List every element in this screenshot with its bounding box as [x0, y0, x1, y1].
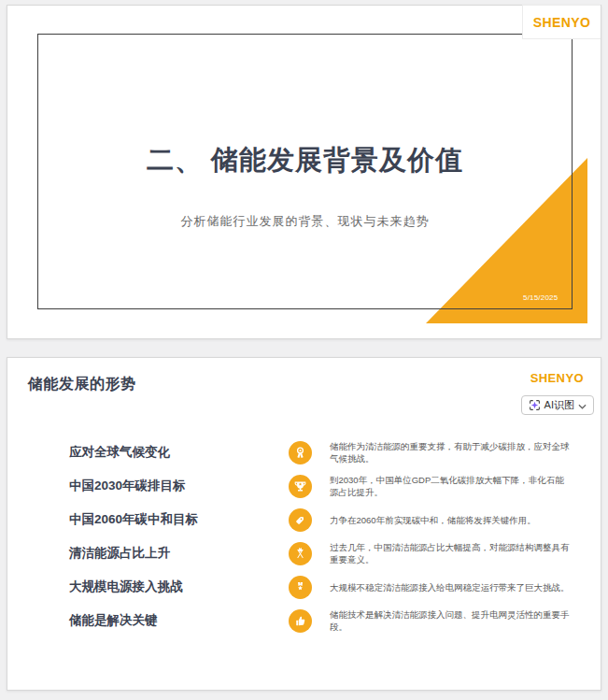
row-label: 应对全球气候变化	[69, 444, 279, 461]
row-description: 储能作为清洁能源的重要支撑，有助于减少碳排放，应对全球气候挑战。	[330, 440, 573, 464]
list-item: 应对全球气候变化 储能作为清洁能源的重要支撑，有助于减少碳排放，应对全球气候挑战…	[69, 438, 592, 466]
row-label: 储能是解决关键	[69, 612, 279, 629]
list-item: 中国2030年碳排目标 到2030年，中国单位GDP二氧化碳排放大幅下降，非化石…	[69, 472, 592, 500]
chevron-down-icon	[578, 400, 587, 411]
trophy-icon	[289, 475, 312, 498]
thumbs-up-icon	[289, 609, 312, 633]
row-label: 大规模电源接入挑战	[69, 579, 279, 595]
sparkle-scan-icon	[529, 399, 541, 411]
tag-icon	[289, 508, 312, 532]
logo-placeholder: SHENYO	[530, 369, 584, 386]
brand-logo: SHENYO	[530, 371, 584, 385]
list-item: 储能是解决关键 储能技术是解决清洁能源接入问题、提升电网灵活性的重要手段。	[69, 607, 592, 635]
row-label: 中国2060年碳中和目标	[69, 511, 279, 528]
list-item: 中国2060年碳中和目标 力争在2060年前实现碳中和，储能将发挥关键作用。	[69, 506, 592, 534]
slide-1-thumbnail[interactable]: SHENYO 二、 储能发展背景及价值 分析储能行业发展的背景、现状与未来趋势 …	[7, 5, 601, 339]
row-description: 力争在2060年前实现碳中和，储能将发挥关键作用。	[330, 514, 573, 526]
brand-logo: SHENYO	[533, 15, 591, 30]
list-item: 大规模电源接入挑战 大规模不稳定清洁能源接入给电网稳定运行带来了巨大挑战。	[69, 573, 592, 601]
medal-icon	[289, 576, 312, 599]
slide1-subtitle: 分析储能行业发展的背景、现状与未来趋势	[37, 213, 573, 230]
slide-2-thumbnail[interactable]: 储能发展的形势 SHENYO AI识图 应对全球气候变化 储能作为清洁能源的重要…	[7, 357, 601, 691]
slide1-date: 5/15/2025	[523, 293, 558, 302]
logo-placeholder: SHENYO	[522, 5, 601, 39]
ai-button-label: AI识图	[544, 398, 574, 412]
row-description: 大规模不稳定清洁能源接入给电网稳定运行带来了巨大挑战。	[330, 581, 573, 593]
list-item: 清洁能源占比上升 过去几年，中国清洁能源占比大幅提高，对能源结构调整具有重要意义…	[69, 539, 592, 567]
corner-accent-triangle	[426, 158, 587, 323]
row-description: 到2030年，中国单位GDP二氧化碳排放大幅下降，非化石能源占比提升。	[330, 474, 573, 498]
slide2-title: 储能发展的形势	[28, 375, 136, 394]
row-label: 清洁能源占比上升	[69, 545, 279, 562]
row-description: 过去几年，中国清洁能源占比大幅提高，对能源结构调整具有重要意义。	[330, 541, 573, 565]
award-rosette-icon	[289, 441, 312, 464]
crossed-flags-icon	[289, 542, 312, 565]
row-description: 储能技术是解决清洁能源接入问题、提升电网灵活性的重要手段。	[330, 608, 573, 633]
row-label: 中国2030年碳排目标	[69, 478, 279, 494]
ai-recognize-button[interactable]: AI识图	[521, 395, 594, 415]
slide1-title: 二、 储能发展背景及价值	[37, 142, 573, 179]
